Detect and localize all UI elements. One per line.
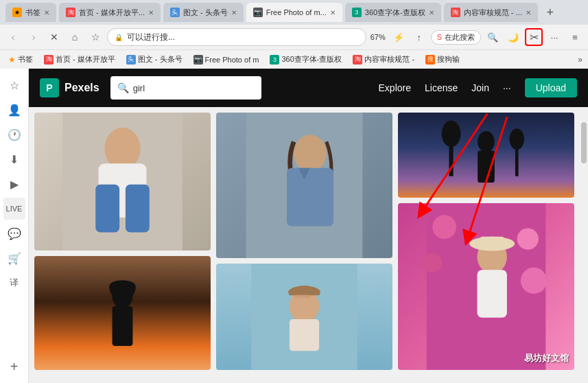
photo-3[interactable] [216,113,392,258]
tab-label-1: 书签 [25,8,40,18]
pexels-nav-join[interactable]: Join [471,82,489,93]
photo-5[interactable] [398,113,574,198]
photo-col-3: 易坊好文馆 [398,113,574,378]
bookmark-1[interactable]: 淘 首页 - 媒体开放平 [41,53,118,66]
tab-favicon-3: 头 [170,8,180,17]
bookmark-6[interactable]: 搜 搜狗输 [423,53,462,66]
pexels-nav-license[interactable]: License [425,82,458,93]
svg-rect-7 [113,306,133,346]
photo-4[interactable] [216,264,392,369]
sidebar-bookmark-icon[interactable]: ☆ [3,74,25,96]
tab-close-4[interactable]: ✕ [330,9,336,16]
tab-label-3: 图文 - 头条号 [183,8,228,18]
sidebar-cart-icon[interactable]: 🛒 [3,247,25,269]
tab-favicon-5: 3 [352,8,362,17]
tab-label-6: 内容审核规范 - ... [464,8,522,18]
forward-button[interactable]: › [25,28,43,46]
sidebar-add-button[interactable]: + [3,356,25,378]
bookmark-label-2: 图文 - 头条号 [138,54,183,65]
svg-rect-28 [480,236,504,247]
new-tab-button[interactable]: + [541,3,560,22]
search-icon-btn[interactable]: 🔍 [484,28,502,46]
sidebar-download-icon[interactable]: ⬇ [3,148,25,170]
bookmark-label-3: Free Photo of m [205,56,259,64]
lightning-button[interactable]: ⚡ [390,28,408,46]
home-button[interactable]: ⌂ [66,28,84,46]
search-chip[interactable]: S 在此搜索 [431,30,481,45]
bookmark-5[interactable]: 淘 内容审核规范 - [350,53,417,66]
svg-point-15 [478,131,495,152]
bookmark-3[interactable]: 📷 Free Photo of m [191,54,262,66]
sidebar-history-icon[interactable]: 🕐 [3,124,25,146]
svg-rect-10 [287,168,333,227]
more-options-button[interactable]: ··· [545,28,563,46]
sidebar-bottom: + [3,356,25,378]
svg-point-1 [104,128,140,170]
pexels-logo[interactable]: P Pexels [40,78,99,97]
bookmark-4[interactable]: 3 360查字体-查版权 [267,53,344,66]
sidebar-user-icon[interactable]: 👤 [3,99,25,121]
search-chip-label: 在此搜索 [445,32,475,43]
svg-rect-16 [478,151,495,183]
tab-1[interactable]: ★ 书签 ✕ [5,3,56,22]
scissors-button[interactable]: ✂ [525,28,543,46]
tab-2[interactable]: 淘 首页 - 媒体开放平... ✕ [59,3,161,22]
pexels-nav-more[interactable]: ··· [503,82,511,93]
sidebar-live-icon[interactable]: LIVE [3,198,25,220]
svg-point-24 [423,253,442,272]
tab-close-6[interactable]: ✕ [526,9,531,16]
tab-label-4: Free Photo of m... [266,8,327,16]
tab-close-5[interactable]: ✕ [429,9,434,16]
back-button[interactable]: ‹ [4,28,22,46]
bookmark-label-1: 首页 - 媒体开放平 [56,54,115,65]
menu-button[interactable]: ≡ [566,28,584,46]
pexels-search-bar[interactable]: 🔍 [110,76,261,100]
address-text: 可以进行搜... [127,32,359,43]
more-bookmarks-button[interactable]: » [578,55,583,65]
tab-6[interactable]: 淘 内容审核规范 - ... ✕ [444,3,538,22]
photo-6[interactable]: 易坊好文馆 [398,203,574,370]
svg-point-25 [521,267,547,293]
svg-rect-3 [95,185,119,233]
night-mode-button[interactable]: 🌙 [504,28,522,46]
tab-close-2[interactable]: ✕ [148,9,154,16]
zoom-level[interactable]: 67% [369,28,387,46]
bookmark-label-4: 360查字体-查版权 [281,54,342,65]
bookmark-star[interactable]: ★ 书签 [5,53,36,66]
sidebar-translate-icon[interactable]: 译 [3,272,25,294]
sidebar-chat-icon[interactable]: 💬 [3,222,25,244]
pexels-header: P Pexels 🔍 Explore License Join ··· Uplo… [29,69,588,107]
nav-bar: ‹ › ✕ ⌂ ☆ 🔒 可以进行搜... 67% ⚡ ↑ S 在此搜索 🔍 🌙 … [0,25,588,49]
address-icon: 🔒 [115,34,123,41]
photo-grid: 易坊好文馆 [29,107,580,383]
share-button[interactable]: ↑ [410,28,428,46]
tab-3[interactable]: 头 图文 - 头条号 ✕ [163,3,244,22]
bookmark-icon-5: 淘 [353,55,362,65]
bookmark-icon-1: 淘 [44,55,54,65]
pexels-search-input[interactable] [133,83,255,93]
pexels-search-icon: 🔍 [117,82,129,93]
pexels-nav-explore[interactable]: Explore [379,82,411,93]
bookmark-icon-6: 搜 [425,55,435,65]
pexels-logo-box: P [40,78,59,97]
tab-5[interactable]: 3 360查字体-查版权 ✕ [345,3,441,22]
address-bar[interactable]: 🔒 可以进行搜... [107,28,366,46]
pexels-upload-button[interactable]: Upload [525,78,577,97]
bookmark-2[interactable]: 头 图文 - 头条号 [124,53,185,66]
tab-close-3[interactable]: ✕ [231,9,237,16]
svg-rect-29 [477,270,506,317]
tab-4[interactable]: 📷 Free Photo of m... ✕ [246,3,342,22]
nav-right: 67% ⚡ ↑ S 在此搜索 🔍 🌙 ✂ ··· ≡ [369,28,584,46]
favorite-button[interactable]: ☆ [86,28,104,46]
photo-2[interactable] [34,256,211,370]
sidebar-video-icon[interactable]: ▶ [3,173,25,195]
photo-col-1 [34,113,211,378]
tab-close-1[interactable]: ✕ [44,9,49,16]
tab-label-2: 首页 - 媒体开放平... [79,8,145,18]
reload-button[interactable]: ✕ [45,28,63,46]
scrollbar[interactable] [580,107,588,383]
svg-point-22 [432,215,456,239]
photo-grid-container: 易坊好文馆 [29,107,588,383]
photo-1[interactable] [34,113,211,251]
scrollbar-thumb[interactable] [581,122,587,163]
